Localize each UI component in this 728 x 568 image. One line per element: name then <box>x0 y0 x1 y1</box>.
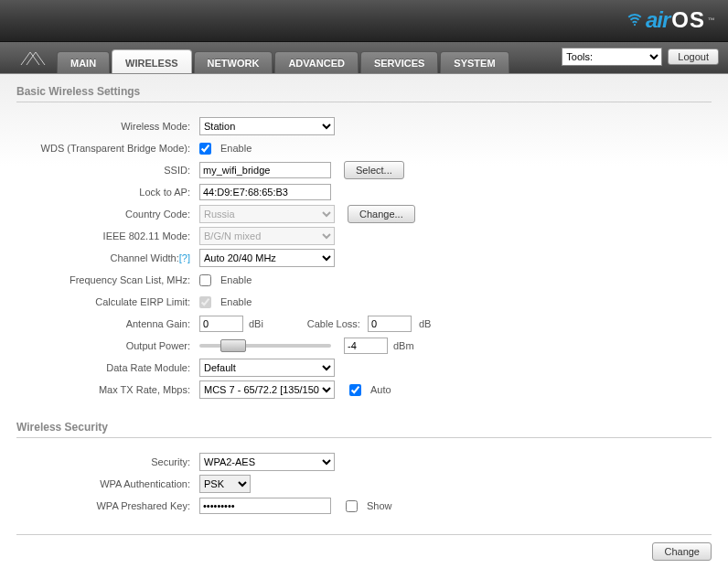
max-tx-rate-select[interactable]: MCS 7 - 65/72.2 [135/150] <box>199 380 335 399</box>
label-wds: WDS (Transparent Bridge Mode): <box>26 143 199 154</box>
nav-bar: MAIN WIRELESS NETWORK ADVANCED SERVICES … <box>0 42 728 74</box>
section-security-title: Wireless Security <box>16 421 712 438</box>
max-tx-auto-checkbox[interactable] <box>349 384 361 396</box>
logout-button[interactable]: Logout <box>668 48 719 65</box>
country-select: Russia <box>199 205 335 223</box>
security-form: Security: WPA2-AES WPA Authentication: P… <box>26 451 712 517</box>
nav-right: Tools: Logout <box>562 48 719 66</box>
antenna-icon[interactable] <box>11 46 55 70</box>
label-wpa-key: WPA Preshared Key: <box>26 500 199 511</box>
wpa-key-input[interactable] <box>199 498 331 514</box>
tab-advanced[interactable]: ADVANCED <box>274 51 359 73</box>
output-power-input[interactable] <box>344 338 388 354</box>
change-button[interactable]: Change <box>652 542 712 561</box>
brand-os: OS <box>671 7 705 33</box>
tab-wireless[interactable]: WIRELESS <box>112 49 191 73</box>
label-wireless-mode: Wireless Mode: <box>26 121 199 132</box>
freq-scan-label: Enable <box>220 274 252 285</box>
nav-tabs: MAIN WIRELESS NETWORK ADVANCED SERVICES … <box>57 42 509 73</box>
label-output-power: Output Power: <box>26 340 199 351</box>
label-channel-width: Channel Width:[?] <box>26 252 199 263</box>
ssid-input[interactable] <box>199 162 331 178</box>
top-bar: air OS ™ <box>0 0 728 42</box>
output-power-unit: dBm <box>393 340 414 351</box>
channel-width-help[interactable]: [?] <box>179 252 190 263</box>
label-antenna-gain: Antenna Gain: <box>26 318 199 329</box>
label-lock-to-ap: Lock to AP: <box>26 187 199 198</box>
svg-point-0 <box>634 24 636 26</box>
wireless-mode-select[interactable]: Station <box>199 117 335 135</box>
max-tx-auto-label: Auto <box>370 384 391 395</box>
tools-select[interactable]: Tools: <box>562 48 662 66</box>
data-rate-module-select[interactable]: Default <box>199 359 335 377</box>
wds-enable-checkbox[interactable] <box>199 143 211 155</box>
tab-services[interactable]: SERVICES <box>360 51 438 73</box>
label-cable-loss: Cable Loss: <box>296 318 360 329</box>
label-max-tx-rate: Max TX Rate, Mbps: <box>26 384 199 395</box>
label-country: Country Code: <box>26 209 199 220</box>
cable-loss-unit: dB <box>419 318 431 329</box>
lock-to-ap-input[interactable] <box>199 184 331 200</box>
label-ieee-mode: IEEE 802.11 Mode: <box>26 230 199 241</box>
cable-loss-input[interactable] <box>368 316 412 332</box>
section-basic-title: Basic Wireless Settings <box>16 85 712 102</box>
basic-form: Wireless Mode: Station WDS (Transparent … <box>26 115 712 401</box>
freq-scan-checkbox[interactable] <box>199 274 211 286</box>
wds-enable-label: Enable <box>220 143 252 154</box>
content: Basic Wireless Settings Wireless Mode: S… <box>0 74 728 568</box>
calc-eirp-label: Enable <box>220 296 252 307</box>
ieee-mode-select: B/G/N mixed <box>199 227 335 245</box>
calc-eirp-checkbox <box>199 296 211 308</box>
antenna-gain-input[interactable] <box>199 316 243 332</box>
wpa-show-label: Show <box>367 500 392 511</box>
channel-width-select[interactable]: Auto 20/40 MHz <box>199 249 335 267</box>
wpa-show-checkbox[interactable] <box>346 500 358 512</box>
label-wpa-auth: WPA Authentication: <box>26 478 199 489</box>
brand-air: air <box>646 7 669 33</box>
label-calc-eirp: Calculate EIRP Limit: <box>26 296 199 307</box>
tab-system[interactable]: SYSTEM <box>440 51 509 73</box>
wifi-icon <box>626 7 643 33</box>
output-power-slider[interactable] <box>199 338 331 353</box>
label-ssid: SSID: <box>26 165 199 176</box>
tab-main[interactable]: MAIN <box>57 51 110 73</box>
bottom-bar: Change <box>16 534 712 561</box>
antenna-gain-unit: dBi <box>249 318 263 329</box>
label-data-rate-module: Data Rate Module: <box>26 362 199 373</box>
label-security: Security: <box>26 456 199 467</box>
ssid-select-button[interactable]: Select... <box>344 161 404 179</box>
brand-logo: air OS ™ <box>626 7 715 33</box>
label-freq-scan: Frequency Scan List, MHz: <box>26 274 199 285</box>
security-select[interactable]: WPA2-AES <box>199 453 335 471</box>
country-change-button[interactable]: Change... <box>348 205 415 223</box>
brand-tm: ™ <box>708 16 715 25</box>
tab-network[interactable]: NETWORK <box>194 51 273 73</box>
wpa-auth-select[interactable]: PSK <box>199 475 251 493</box>
